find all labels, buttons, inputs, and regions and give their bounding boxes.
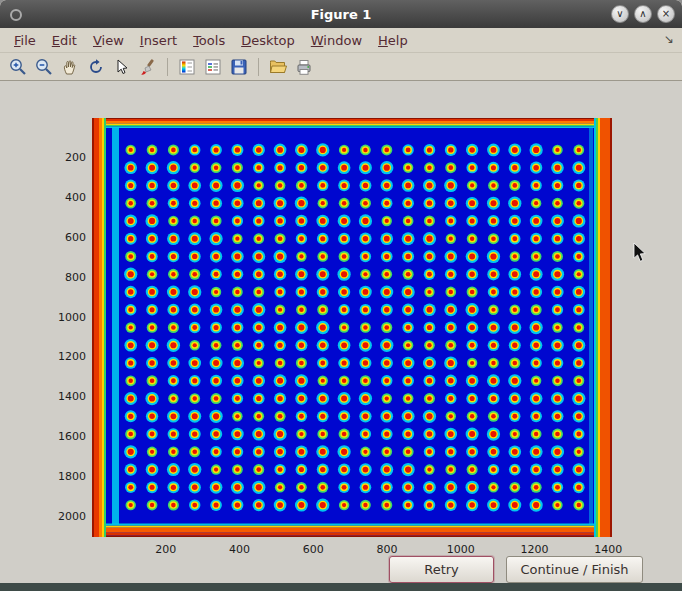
menu-file[interactable]: File	[6, 31, 44, 50]
y-tick-label: 800	[40, 271, 86, 284]
y-tick-label: 600	[40, 231, 86, 244]
y-tick-label: 1400	[40, 390, 86, 403]
chevron-up-icon: ∧	[639, 9, 646, 19]
desktop-panel-strip	[0, 583, 682, 591]
x-tick-label: 600	[293, 543, 333, 556]
y-tick-label: 1800	[40, 470, 86, 483]
x-tick-label: 1000	[441, 543, 481, 556]
x-tick-label: 800	[367, 543, 407, 556]
rotate-3d-icon[interactable]	[84, 55, 108, 79]
mouse-cursor	[633, 242, 649, 264]
save-icon[interactable]	[227, 55, 251, 79]
menu-desktop[interactable]: Desktop	[233, 31, 303, 50]
insert-colorbar-icon[interactable]	[175, 55, 199, 79]
window-controls: ∨ ∧ ×	[611, 5, 675, 23]
dock-figure-icon[interactable]: ↘	[664, 32, 674, 46]
toolbar	[0, 52, 682, 81]
zoom-out-icon[interactable]	[32, 55, 56, 79]
retry-button[interactable]: Retry	[389, 556, 494, 583]
menu-bar: File Edit View Insert Tools Desktop Wind…	[0, 28, 682, 52]
shade-button[interactable]: ∨	[611, 5, 629, 23]
y-tick-label: 1600	[40, 430, 86, 443]
insert-legend-icon[interactable]	[201, 55, 225, 79]
maximize-button[interactable]: ∧	[634, 5, 652, 23]
close-icon: ×	[662, 9, 670, 19]
window-menu-icon[interactable]	[10, 9, 22, 21]
toolbar-separator	[167, 58, 168, 76]
continue-finish-button[interactable]: Continue / Finish	[506, 556, 643, 583]
y-tick-label: 400	[40, 191, 86, 204]
figure-image[interactable]	[92, 118, 612, 537]
menu-help[interactable]: Help	[370, 31, 416, 50]
x-tick-label: 1200	[515, 543, 555, 556]
y-tick-label: 200	[40, 151, 86, 164]
menu-tools[interactable]: Tools	[185, 31, 233, 50]
zoom-in-icon[interactable]	[6, 55, 30, 79]
menu-view[interactable]: View	[85, 31, 132, 50]
brush-icon[interactable]	[136, 55, 160, 79]
close-button[interactable]: ×	[657, 5, 675, 23]
open-folder-icon[interactable]	[266, 55, 290, 79]
x-tick-label: 1400	[588, 543, 628, 556]
figure-window: Figure 1 ∨ ∧ × File Edit View Insert Too…	[0, 0, 682, 591]
x-tick-label: 200	[146, 543, 186, 556]
y-tick-label: 1200	[40, 350, 86, 363]
data-cursor-icon[interactable]	[110, 55, 134, 79]
toolbar-separator	[258, 58, 259, 76]
print-icon[interactable]	[292, 55, 316, 79]
x-tick-label: 400	[220, 543, 260, 556]
title-bar[interactable]: Figure 1 ∨ ∧ ×	[0, 0, 682, 28]
figure-canvas-area: Retry Continue / Finish 2004006008001000…	[0, 81, 682, 583]
y-tick-label: 2000	[40, 510, 86, 523]
window-title: Figure 1	[311, 7, 372, 22]
chevron-down-icon: ∨	[616, 9, 623, 19]
y-tick-label: 1000	[40, 311, 86, 324]
menu-insert[interactable]: Insert	[132, 31, 185, 50]
menu-edit[interactable]: Edit	[44, 31, 85, 50]
menu-window[interactable]: Window	[303, 31, 370, 50]
pan-hand-icon[interactable]	[58, 55, 82, 79]
